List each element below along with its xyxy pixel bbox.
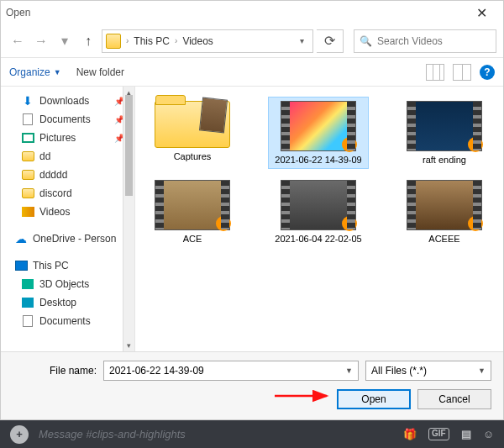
dialog-footer: File name: ▼ All Files (*.*) ▼ Open Canc… [1,351,503,419]
search-input[interactable] [377,35,503,47]
cloud-icon: ☁ [14,232,28,245]
sidebar-item-dd[interactable]: dd [1,147,134,166]
play-icon [468,137,483,152]
file-list[interactable]: Captures 2021-06-22 14-39-09 raft ending… [135,87,503,351]
play-icon [342,137,357,152]
chevron-down-icon[interactable]: ▼ [345,366,353,375]
plus-icon: + [16,428,23,440]
sidebar-item-videos[interactable]: Videos [1,203,134,221]
chevron-down-icon: ▾ [61,33,68,49]
filename-input[interactable] [109,365,345,377]
button-label: Cancel [438,393,470,405]
breadcrumb-folder[interactable]: Videos [182,35,213,47]
view-mode-button[interactable] [426,64,444,81]
cancel-button[interactable]: Cancel [417,389,491,409]
sidebar-item-label: Downloads [39,95,89,107]
search-box[interactable]: 🔍 [354,29,496,53]
arrow-right-icon: → [34,34,48,49]
open-button[interactable]: Open [337,389,411,409]
item-label: raft ending [423,155,466,165]
file-item-selected[interactable]: 2021-06-22 14-39-09 [268,97,369,169]
arrow-up-icon: ↑ [85,34,92,49]
filename-label: File name: [13,365,97,377]
sticker-icon[interactable]: ▤ [461,428,471,440]
dialog-body: ⬇Downloads📌 Documents📌 Pictures📌 dd dddd… [1,87,503,351]
file-type-filter[interactable]: All Files (*.*) ▼ [365,361,491,381]
help-button[interactable]: ? [480,65,495,80]
folder-icon [106,34,121,49]
gif-button[interactable]: GIF [428,428,449,440]
recent-locations-button[interactable]: ▾ [55,31,75,51]
scrollbar-thumb[interactable] [125,95,133,196]
sidebar-item-ddddd[interactable]: ddddd [1,166,134,184]
folder-item-captures[interactable]: Captures [142,97,243,169]
close-button[interactable]: ✕ [465,1,498,24]
sidebar-scrollbar[interactable]: ▴ ▾ [123,87,134,351]
sidebar-item-documents[interactable]: Documents📌 [1,110,134,129]
search-icon: 🔍 [360,35,372,47]
folder-icon [21,187,34,200]
back-button[interactable]: ← [8,31,28,51]
folder-icon [21,150,34,163]
attach-button[interactable]: + [10,425,29,444]
sidebar-item-label: Videos [39,206,70,218]
sidebar-item-label: ddddd [39,169,67,181]
sidebar-item-documents2[interactable]: Documents [1,312,134,330]
sidebar-item-desktop[interactable]: Desktop [1,293,134,312]
organize-label: Organize [9,66,50,78]
item-label: ACE [183,234,202,244]
breadcrumb-root[interactable]: This PC [134,35,170,47]
video-thumb [407,101,482,151]
folder-thumb [155,101,230,148]
emoji-icon[interactable]: ☺ [483,428,494,440]
organize-menu[interactable]: Organize ▼ [9,66,61,78]
address-bar[interactable]: › This PC › Videos ▾ [102,29,313,53]
file-item-ace[interactable]: ACE [142,176,243,248]
file-item-jun04[interactable]: 2021-06-04 22-02-05 [268,176,369,248]
download-icon: ⬇ [21,94,34,108]
forward-button[interactable]: → [31,31,51,51]
sidebar-item-onedrive[interactable]: ☁OneDrive - Person [1,229,134,248]
sidebar-item-3dobjects[interactable]: 3D Objects [1,275,134,293]
item-label: ACEEE [428,234,459,244]
navigation-bar: ← → ▾ ↑ › This PC › Videos ▾ ⟳ 🔍 [1,24,503,58]
new-folder-button[interactable]: New folder [76,66,124,78]
sidebar-item-label: OneDrive - Person [33,233,116,245]
pictures-icon [21,131,34,145]
scroll-down-arrow[interactable]: ▾ [123,340,134,351]
sidebar-item-label: Desktop [39,297,76,308]
help-icon: ? [484,66,490,78]
navigation-pane: ⬇Downloads📌 Documents📌 Pictures📌 dd dddd… [1,87,135,351]
filename-combobox[interactable]: ▼ [103,361,359,381]
view-options: ? [426,64,495,81]
chevron-down-icon: ▼ [478,366,486,375]
preview-pane-button[interactable] [453,64,471,81]
3d-icon [21,277,34,291]
discord-input-bar: + Message #clips-and-highlights 🎁 GIF ▤ … [0,420,504,448]
item-label: 2021-06-22 14-39-09 [275,155,361,165]
filter-label: All Files (*.*) [371,365,478,377]
refresh-button[interactable]: ⟳ [317,29,344,53]
sidebar-item-label: Documents [39,315,91,327]
videos-icon [21,205,34,219]
documents-icon [21,314,34,328]
play-icon [468,216,483,231]
file-item-aceee[interactable]: ACEEE [394,176,495,248]
chevron-down-icon: ▼ [54,68,61,76]
item-label: 2021-06-04 22-02-05 [275,234,361,244]
message-input[interactable]: Message #clips-and-highlights [39,428,393,440]
sidebar-item-label: Documents [39,113,91,125]
chevron-right-icon: › [126,36,129,45]
sidebar-item-discord[interactable]: discord [1,184,134,203]
annotation-arrow [273,388,332,406]
up-button[interactable]: ↑ [78,31,98,51]
sidebar-item-downloads[interactable]: ⬇Downloads📌 [1,92,134,110]
sidebar-item-pictures[interactable]: Pictures📌 [1,129,134,147]
desktop-icon [21,296,34,309]
file-item-raft[interactable]: raft ending [394,97,495,169]
sidebar-item-label: This PC [33,260,69,271]
chevron-right-icon: › [175,36,177,45]
sidebar-item-thispc[interactable]: This PC [1,256,134,275]
address-dropdown[interactable]: ▾ [295,36,309,45]
gift-icon[interactable]: 🎁 [403,428,417,440]
